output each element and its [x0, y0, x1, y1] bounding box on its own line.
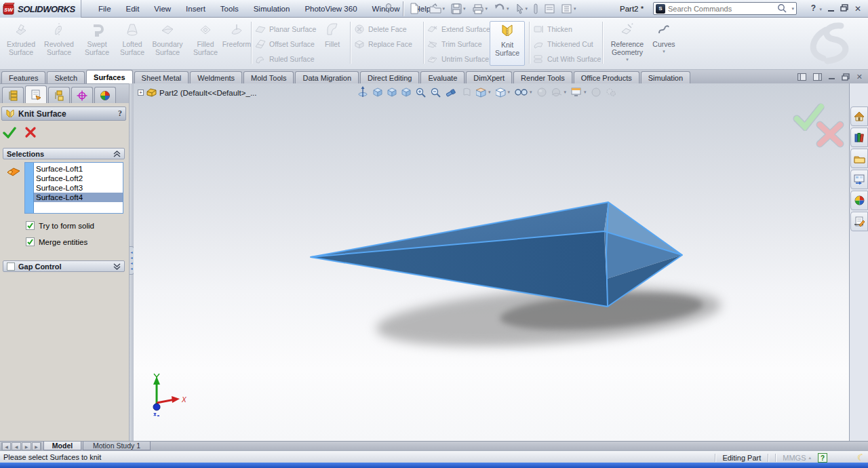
pin-menu-icon[interactable]	[384, 3, 393, 15]
doc-minimize-button[interactable]	[829, 72, 835, 81]
zoom-to-fit-icon[interactable]	[357, 86, 368, 98]
print-button[interactable]: ▾	[470, 3, 490, 15]
try-to-form-solid-row[interactable]: Try to form solid	[26, 221, 94, 230]
model-solid[interactable]	[311, 202, 682, 307]
chevron-down-icon[interactable]: ▾	[530, 90, 532, 95]
chevron-down-icon[interactable]: ▾	[584, 90, 587, 95]
extend-surface-button[interactable]: Extend Surface	[427, 23, 490, 35]
menu-edit[interactable]: Edit	[119, 0, 147, 18]
expand-chevron-icon[interactable]	[113, 263, 121, 270]
list-item[interactable]: Surface-Loft1	[34, 164, 123, 174]
chevron-down-icon[interactable]: ▾	[574, 6, 576, 12]
menu-photoview[interactable]: PhotoView 360	[297, 0, 364, 18]
chevron-down-icon[interactable]: ▾	[564, 90, 567, 95]
reference-geometry-button[interactable]: * Reference Geometry ▾	[606, 21, 648, 66]
lofted-surface-button[interactable]: Lofted Surface	[114, 21, 151, 66]
go-to-start-button[interactable]: ◀	[1, 442, 11, 450]
render-sphere-icon[interactable]	[591, 87, 601, 97]
chevron-down-icon[interactable]: ▾	[526, 6, 528, 12]
file-properties-button[interactable]	[542, 3, 557, 15]
appearances-tab[interactable]	[850, 191, 868, 210]
search-commands-box[interactable]: S ▾	[653, 2, 797, 15]
dimxpert-manager-tab[interactable]	[71, 87, 93, 103]
select-button[interactable]: ▾	[513, 3, 530, 15]
menu-file[interactable]: File	[91, 0, 119, 18]
extruded-surface-button[interactable]: Extruded Surface	[3, 21, 39, 66]
section-view-icon[interactable]	[462, 87, 471, 97]
zoom-to-area-icon[interactable]	[416, 87, 426, 98]
search-icon[interactable]	[777, 3, 787, 14]
pm-help-button[interactable]: ?	[118, 109, 122, 119]
motion-study-tab[interactable]: Motion Study 1	[83, 442, 151, 450]
freeform-button[interactable]: Freeform	[218, 21, 255, 66]
tab-sketch[interactable]: Sketch	[47, 71, 85, 83]
tab-office-products[interactable]: Office Products	[574, 71, 639, 83]
chevron-down-icon[interactable]: ▾	[420, 6, 423, 12]
panel-splitter[interactable]: ◂◂◂◂	[129, 83, 134, 441]
apply-scene-icon[interactable]: ▾	[551, 87, 567, 97]
rotate-view-icon[interactable]	[446, 87, 457, 98]
chevron-down-icon[interactable]: ▾	[488, 90, 491, 95]
options-gears-icon[interactable]	[606, 87, 616, 97]
part-tree-label[interactable]: Part2 (Default<<Default>_...	[159, 89, 257, 97]
feature-tree-flyout[interactable]: + Part2 (Default<<Default>_...	[138, 88, 257, 97]
tab-surfaces[interactable]: Surfaces	[86, 70, 132, 83]
chevron-down-icon[interactable]: ▾	[791, 6, 794, 12]
try-to-form-solid-checkbox[interactable]	[26, 221, 35, 230]
tab-data-migration[interactable]: Data Migration	[295, 71, 359, 83]
tab-mold-tools[interactable]: Mold Tools	[243, 71, 294, 83]
cancel-button[interactable]	[24, 126, 37, 138]
tab-direct-editing[interactable]: Direct Editing	[360, 71, 419, 83]
step-back-button[interactable]: ◀	[12, 442, 21, 450]
hide-show-items-icon[interactable]: ▾	[515, 88, 532, 96]
options-button[interactable]: ▾	[559, 3, 578, 15]
property-manager-tab[interactable]	[25, 85, 47, 103]
pane-left-icon[interactable]	[797, 73, 806, 81]
chevron-down-icon[interactable]: ▾	[486, 6, 488, 12]
open-button[interactable]: ▾	[427, 3, 448, 15]
help-button[interactable]: ? ▾	[811, 3, 822, 14]
display-manager-tab[interactable]	[94, 87, 116, 103]
curves-button[interactable]: Curves ▾	[648, 21, 679, 66]
chevron-down-icon[interactable]: ▾	[663, 49, 665, 54]
minimize-button[interactable]	[828, 4, 834, 14]
tab-dimxpert[interactable]: DimXpert	[466, 71, 512, 83]
tab-features[interactable]: Features	[1, 71, 45, 83]
view-orientation-icon[interactable]: ▾	[476, 87, 491, 98]
doc-restore-icon[interactable]	[842, 73, 850, 81]
delete-face-button[interactable]: Delete Face	[354, 23, 412, 35]
custom-properties-tab[interactable]	[850, 212, 868, 231]
list-item[interactable]: Surface-Loft2	[34, 174, 123, 183]
undo-button[interactable]: ▾	[492, 3, 511, 15]
trim-surface-button[interactable]: Trim Surface	[427, 38, 490, 50]
tab-simulation[interactable]: Simulation	[641, 71, 690, 83]
confirm-corner-cancel[interactable]	[815, 120, 845, 149]
close-button[interactable]: ✕	[854, 4, 861, 14]
new-document-button[interactable]: ▾	[407, 2, 425, 15]
view-settings-icon[interactable]: ▾	[571, 87, 587, 97]
chevron-down-icon[interactable]: ▾	[443, 6, 446, 12]
home-tab[interactable]	[850, 106, 868, 126]
swept-surface-button[interactable]: Swept Surface	[79, 21, 115, 66]
menu-view[interactable]: View	[146, 0, 178, 18]
view-palette-tab[interactable]	[850, 170, 868, 189]
view-cube-icon[interactable]	[401, 87, 411, 97]
model-canvas[interactable]	[134, 83, 849, 441]
tab-evaluate[interactable]: Evaluate	[420, 71, 465, 83]
restore-button[interactable]	[840, 4, 848, 14]
design-library-tab[interactable]	[850, 128, 868, 147]
knit-surface-button[interactable]: Knit Surface	[490, 21, 525, 66]
planar-surface-button[interactable]: Planar Surface	[255, 23, 316, 35]
edit-appearance-icon[interactable]	[537, 87, 547, 97]
configuration-manager-tab[interactable]	[48, 87, 70, 103]
tab-sheet-metal[interactable]: Sheet Metal	[134, 71, 189, 83]
untrim-surface-button[interactable]: Untrim Surface	[427, 53, 490, 64]
list-item[interactable]: Surface-Loft3	[34, 183, 123, 193]
chevron-down-icon[interactable]: ▾	[626, 57, 629, 62]
thicken-button[interactable]: Thicken	[533, 23, 601, 35]
feature-manager-tree-tab[interactable]	[2, 87, 24, 103]
revolved-surface-button[interactable]: Revolved Surface	[41, 21, 77, 66]
gap-control-checkbox[interactable]	[7, 262, 15, 271]
menu-insert[interactable]: Insert	[178, 0, 213, 18]
collapse-chevron-icon[interactable]	[113, 151, 121, 157]
